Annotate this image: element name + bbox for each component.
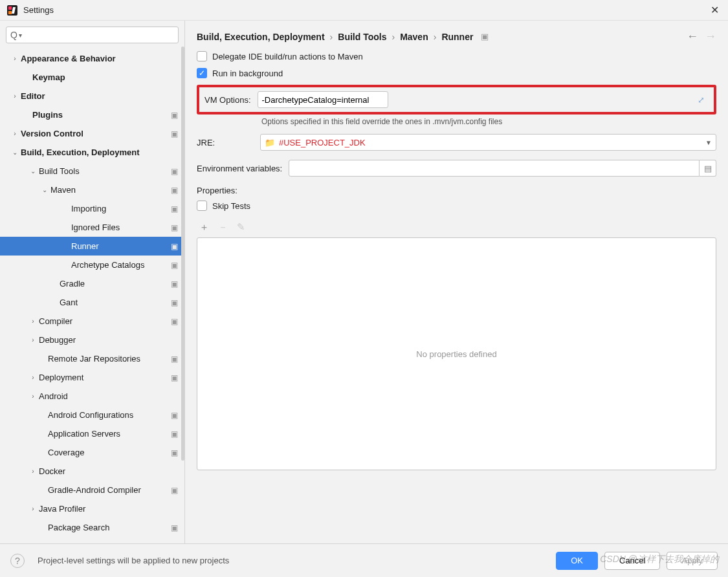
sidebar-item[interactable]: ⌄Build, Execution, Deployment	[0, 143, 184, 162]
sidebar-item-label: Build, Execution, Deployment	[21, 147, 184, 157]
env-input[interactable]	[289, 160, 700, 177]
vm-options-input[interactable]	[258, 91, 388, 108]
jre-value: #USE_PROJECT_JDK	[279, 138, 701, 147]
apply-button[interactable]: Apply	[667, 552, 718, 570]
jre-select[interactable]: 📁 #USE_PROJECT_JDK ▼	[260, 134, 716, 151]
vm-options-row: VM Options: ⤢	[197, 85, 716, 114]
sidebar-item[interactable]: ›Compiler▣	[0, 312, 184, 331]
sidebar-item-label: Ignored Files	[71, 223, 171, 232]
sidebar-item-label: Appearance & Behavior	[21, 54, 184, 63]
add-icon[interactable]: ＋	[199, 221, 209, 234]
sidebar-item[interactable]: ›Android	[0, 387, 184, 406]
background-checkbox-row[interactable]: ✓ Run in background	[197, 68, 716, 78]
sidebar-item[interactable]: ›Application Servers▣	[0, 424, 184, 443]
sidebar-item-label: Java Profiler	[39, 504, 184, 514]
env-label: Environment variables:	[197, 164, 282, 173]
delegate-checkbox-row[interactable]: Delegate IDE build/run actions to Maven	[197, 51, 716, 61]
sidebar-item[interactable]: ›Ignored Files▣	[0, 218, 184, 237]
sidebar-item[interactable]: ›Archetype Catalogs▣	[0, 256, 184, 274]
project-badge-icon: ▣	[481, 32, 489, 41]
background-label: Run in background	[212, 69, 283, 78]
no-properties-label: No properties defined	[416, 349, 496, 359]
sidebar-item[interactable]: ›Importing▣	[0, 199, 184, 218]
breadcrumb: Build, Execution, Deployment›Build Tools…	[197, 32, 687, 42]
titlebar: Settings ✕	[0, 0, 728, 21]
sidebar-item[interactable]: ›Gradle▣	[0, 274, 184, 293]
sidebar-item[interactable]: ›Docker	[0, 462, 184, 481]
sidebar-item[interactable]: ⌄Build Tools▣	[0, 162, 184, 180]
project-badge-icon: ▣	[171, 430, 178, 439]
sidebar-item[interactable]: ›Editor	[0, 87, 184, 105]
sidebar-item-label: Docker	[39, 466, 184, 476]
checkbox-on-icon[interactable]: ✓	[197, 68, 207, 78]
sidebar-item-label: Android Configurations	[48, 410, 171, 420]
sidebar-item[interactable]: ⌄Maven▣	[0, 180, 184, 199]
project-badge-icon: ▣	[171, 261, 178, 270]
sidebar-item[interactable]: ›Debugger	[0, 331, 184, 349]
sidebar-item-label: Maven	[50, 185, 171, 195]
sidebar-item[interactable]: ›Java Profiler	[0, 499, 184, 518]
content-panel: Build, Execution, Deployment›Build Tools…	[185, 21, 728, 543]
ok-button[interactable]: OK	[556, 552, 598, 570]
vm-options-label: VM Options:	[204, 95, 251, 105]
svg-rect-1	[8, 6, 12, 10]
sidebar-item[interactable]: ›Version Control▣	[0, 124, 184, 143]
dialog-footer: ? Project-level settings will be applied…	[0, 543, 728, 577]
window-title: Settings	[23, 5, 708, 15]
sidebar-item-label: Gant	[60, 298, 171, 307]
sidebar-item-label: Application Servers	[48, 429, 171, 439]
sidebar-item[interactable]: ›Remote Jar Repositories▣	[0, 349, 184, 368]
sidebar-item[interactable]: ›Appearance & Behavior	[0, 49, 184, 68]
nav-forward-icon[interactable]: →	[705, 30, 716, 43]
breadcrumb-part[interactable]: Runner	[441, 32, 473, 42]
project-badge-icon: ▣	[171, 279, 178, 288]
scrollbar[interactable]	[181, 47, 184, 461]
sidebar-item[interactable]: ›Runner▣	[0, 237, 184, 256]
sidebar-item[interactable]: ›Android Configurations▣	[0, 406, 184, 424]
nav-back-icon[interactable]: ←	[687, 30, 698, 43]
folder-icon: 📁	[265, 138, 275, 147]
sidebar-item[interactable]: ›Plugins▣	[0, 105, 184, 124]
project-badge-icon: ▣	[171, 186, 178, 195]
project-badge-icon: ▣	[171, 448, 178, 457]
breadcrumb-part[interactable]: Maven	[400, 32, 428, 42]
sidebar-item[interactable]: ›Keymap	[0, 68, 184, 87]
footer-message: Project-level settings will be applied t…	[38, 556, 549, 565]
settings-sidebar: Q ▾ ›Appearance & Behavior›Keymap›Editor…	[0, 21, 185, 543]
sidebar-item[interactable]: ›Gant▣	[0, 293, 184, 312]
settings-tree[interactable]: ›Appearance & Behavior›Keymap›Editor›Plu…	[0, 49, 184, 543]
sidebar-item[interactable]: ›Deployment▣	[0, 368, 184, 387]
checkbox-off-icon[interactable]	[197, 201, 207, 211]
project-badge-icon: ▣	[171, 111, 178, 120]
breadcrumb-part[interactable]: Build Tools	[338, 32, 386, 42]
sidebar-item-label: Compiler	[39, 316, 171, 326]
sidebar-item[interactable]: ›Package Search▣	[0, 518, 184, 537]
sidebar-item[interactable]: ›Coverage▣	[0, 443, 184, 462]
expand-icon[interactable]: ⤢	[698, 95, 705, 105]
close-icon[interactable]: ✕	[708, 4, 722, 16]
sidebar-item-label: Debugger	[39, 335, 184, 345]
sidebar-item-label: Importing	[71, 204, 171, 213]
list-icon[interactable]: ▤	[700, 160, 716, 177]
sidebar-item-label: Deployment	[39, 373, 171, 382]
skip-tests-checkbox-row[interactable]: Skip Tests	[197, 201, 716, 211]
sidebar-item[interactable]: ›Gradle-Android Compiler▣	[0, 481, 184, 499]
project-badge-icon: ▣	[171, 298, 178, 307]
cancel-button[interactable]: Cancel	[604, 552, 660, 570]
vm-options-hint: Options specified in this field override…	[261, 117, 716, 126]
search-icon: Q	[10, 30, 17, 40]
remove-icon: －	[218, 221, 228, 234]
checkbox-off-icon[interactable]	[197, 51, 207, 61]
project-badge-icon: ▣	[171, 204, 178, 213]
jre-label: JRE:	[197, 138, 254, 147]
help-icon[interactable]: ?	[10, 554, 25, 568]
breadcrumb-part[interactable]: Build, Execution, Deployment	[197, 32, 325, 42]
project-badge-icon: ▣	[171, 223, 178, 232]
sidebar-item-label: Runner	[71, 241, 171, 251]
sidebar-item-label: Plugins	[32, 110, 171, 120]
search-input[interactable]: Q ▾	[6, 27, 179, 43]
svg-rect-2	[8, 11, 12, 14]
sidebar-item-label: Android	[39, 391, 184, 401]
project-badge-icon: ▣	[171, 411, 178, 420]
delegate-label: Delegate IDE build/run actions to Maven	[212, 52, 363, 61]
